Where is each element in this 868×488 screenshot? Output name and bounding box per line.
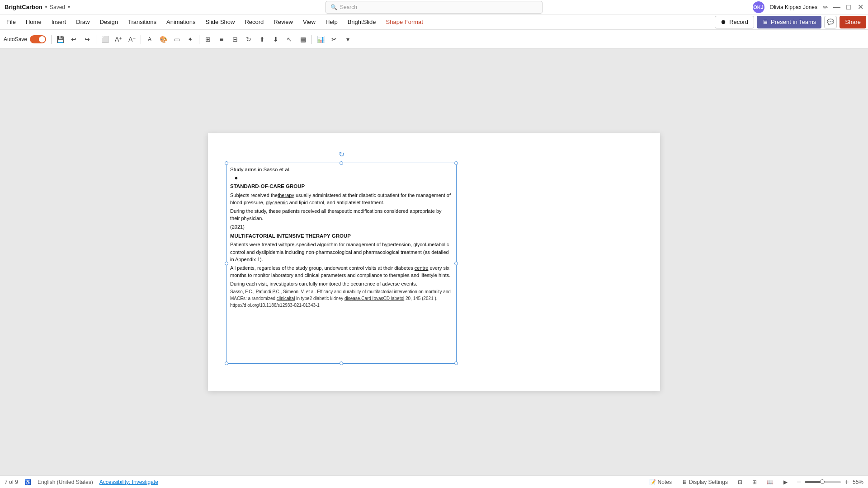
handle-bottom-center[interactable] [340, 361, 343, 365]
toolbar-crop-btn[interactable]: ✂ [328, 33, 340, 46]
menu-record[interactable]: Record [240, 17, 268, 27]
separator: • [45, 4, 47, 10]
toolbar-font-color-btn[interactable]: A [143, 33, 156, 46]
app-name: BrightCarbon [5, 4, 42, 10]
menu-home[interactable]: Home [21, 17, 46, 27]
status-left: 7 of 9 ♿ English (United States) Accessi… [5, 479, 158, 485]
menu-help[interactable]: Help [321, 17, 342, 27]
toolbar-group-btn[interactable]: ⊟ [229, 33, 241, 46]
display-icon: 🖥 [682, 479, 687, 485]
zoom-in-btn[interactable]: + [843, 478, 851, 486]
notes-label: Notes [658, 479, 672, 485]
handle-middle-left[interactable] [225, 262, 228, 265]
rotate-handle[interactable]: ↻ [338, 150, 345, 158]
autosave-group: AutoSave [4, 35, 46, 43]
toolbar: AutoSave 💾 ↩ ↪ ⬜ A⁺ A⁻ A 🎨 ▭ ✦ ⊞ ≡ ⊟ ↻ ⬆… [0, 30, 868, 49]
edit-icon[interactable]: ✏ [823, 4, 828, 11]
search-input-label: Search [340, 4, 357, 10]
text-content: Study arms in Sasso et al. • STANDARD-OF… [226, 163, 456, 363]
handle-bottom-right[interactable] [454, 361, 458, 365]
title-bar-center: 🔍 Search [326, 1, 542, 14]
menu-animations[interactable]: Animations [162, 17, 200, 27]
toolbar-shape-fill-btn[interactable]: 🎨 [157, 33, 170, 46]
menu-file[interactable]: File [2, 17, 20, 27]
menu-draw[interactable]: Draw [71, 17, 94, 27]
minimize-btn[interactable]: — [834, 4, 840, 10]
presenter-view-btn[interactable]: ▶ [781, 478, 790, 486]
record-button[interactable]: ⏺ Record [715, 16, 754, 28]
toolbar-selection-btn[interactable]: ↖ [283, 33, 296, 46]
menu-shape-format[interactable]: Shape Format [382, 17, 428, 27]
menu-slideshow[interactable]: Slide Show [201, 17, 239, 27]
group1-header: STANDARD-OF-CARE GROUP [230, 183, 453, 190]
title-bar-left: BrightCarbon • Saved ▾ [5, 4, 70, 10]
toolbar-redo-btn[interactable]: ↪ [81, 33, 94, 46]
handle-bottom-left[interactable] [225, 361, 228, 365]
group2-header: MULTIFACTORIAL INTENSIVE THERAPY GROUP [230, 232, 453, 240]
record-icon: ⏺ [721, 19, 726, 25]
share-button[interactable]: Share [840, 16, 866, 28]
menu-design[interactable]: Design [95, 17, 123, 27]
toolbar-rotate-btn[interactable]: ↻ [242, 33, 255, 46]
record-label: Record [729, 19, 748, 25]
toolbar-more-btn[interactable]: ▾ [341, 33, 354, 46]
text-title: Study arms in Sasso et al. [230, 166, 453, 174]
handle-top-center[interactable] [340, 161, 343, 165]
zoom-percent[interactable]: 55% [853, 479, 863, 485]
accessibility-label[interactable]: Accessibility: Investigate [99, 479, 158, 485]
zoom-slider-thumb[interactable] [820, 479, 825, 484]
search-box[interactable]: 🔍 Search [326, 1, 542, 14]
group1-body1: Subjects received thetherapy usually adm… [230, 192, 453, 206]
toolbar-increase-font-btn[interactable]: A⁺ [112, 33, 125, 46]
toolbar-sep-5 [311, 35, 312, 44]
menu-brightslide[interactable]: BrightSlide [343, 17, 381, 27]
toolbar-align-btn[interactable]: ≡ [215, 33, 228, 46]
toolbar-decrease-font-btn[interactable]: A⁻ [126, 33, 138, 46]
dropdown-arrow[interactable]: ▾ [68, 5, 70, 9]
accessibility-icon: ♿ [24, 479, 31, 485]
normal-view-btn[interactable]: ⊡ [735, 478, 745, 486]
menu-insert[interactable]: Insert [47, 17, 71, 27]
title-bar: BrightCarbon • Saved ▾ 🔍 Search OKJ Oliv… [0, 0, 868, 14]
autosave-toggle[interactable] [30, 35, 46, 43]
menu-review[interactable]: Review [269, 17, 297, 27]
slide-sorter-btn[interactable]: ⊞ [750, 478, 760, 486]
present-teams-button[interactable]: 🖥 Present in Teams [757, 16, 821, 28]
comment-icon: 💬 [827, 19, 834, 25]
language-label: English (United States) [38, 479, 93, 485]
group2-body: Patients were treated withpre-specified … [230, 241, 453, 263]
teams-icon: 🖥 [762, 19, 768, 25]
toolbar-sep-1 [51, 35, 52, 44]
handle-top-left[interactable] [225, 161, 228, 165]
toolbar-forward-btn[interactable]: ⬆ [256, 33, 269, 46]
toolbar-chart-btn[interactable]: 📊 [314, 33, 327, 46]
toolbar-undo-btn[interactable]: ↩ [67, 33, 80, 46]
maximize-btn[interactable]: □ [845, 4, 852, 10]
comment-button[interactable]: 💬 [824, 16, 837, 28]
toolbar-text-box-btn[interactable]: ⬜ [99, 33, 111, 46]
user-name: Olivia Kippax Jones [770, 4, 817, 10]
teams-label: Present in Teams [771, 19, 816, 25]
status-bar: 7 of 9 ♿ English (United States) Accessi… [0, 475, 868, 488]
zoom-control: − + 55% [795, 478, 863, 486]
toolbar-shape-effects-btn[interactable]: ✦ [184, 33, 197, 46]
toolbar-back-btn[interactable]: ⬇ [269, 33, 282, 46]
toolbar-save-btn[interactable]: 💾 [54, 33, 66, 46]
handle-middle-right[interactable] [454, 262, 458, 265]
selected-text-box[interactable]: ↻ Study arms in Sasso et al. • STANDARD-… [226, 163, 457, 364]
canvas-area: ↻ Study arms in Sasso et al. • STANDARD-… [0, 49, 868, 475]
menu-view[interactable]: View [298, 17, 320, 27]
menu-transitions[interactable]: Transitions [123, 17, 161, 27]
handle-top-right[interactable] [454, 161, 458, 165]
close-btn[interactable]: ✕ [857, 4, 863, 10]
all-patients-text: All patients, regardless of the study gr… [230, 264, 453, 279]
zoom-slider[interactable] [805, 481, 841, 483]
display-settings-button[interactable]: 🖥 Display Settings [679, 478, 731, 486]
zoom-out-btn[interactable]: − [795, 478, 803, 486]
toolbar-arrange-btn[interactable]: ⊞ [202, 33, 214, 46]
notes-button[interactable]: 📝 Notes [646, 478, 675, 486]
toolbar-shape-outline-btn[interactable]: ▭ [170, 33, 183, 46]
reading-view-btn[interactable]: 📖 [764, 478, 776, 486]
avatar: OKJ [753, 1, 764, 13]
toolbar-pane-btn[interactable]: ▤ [297, 33, 309, 46]
